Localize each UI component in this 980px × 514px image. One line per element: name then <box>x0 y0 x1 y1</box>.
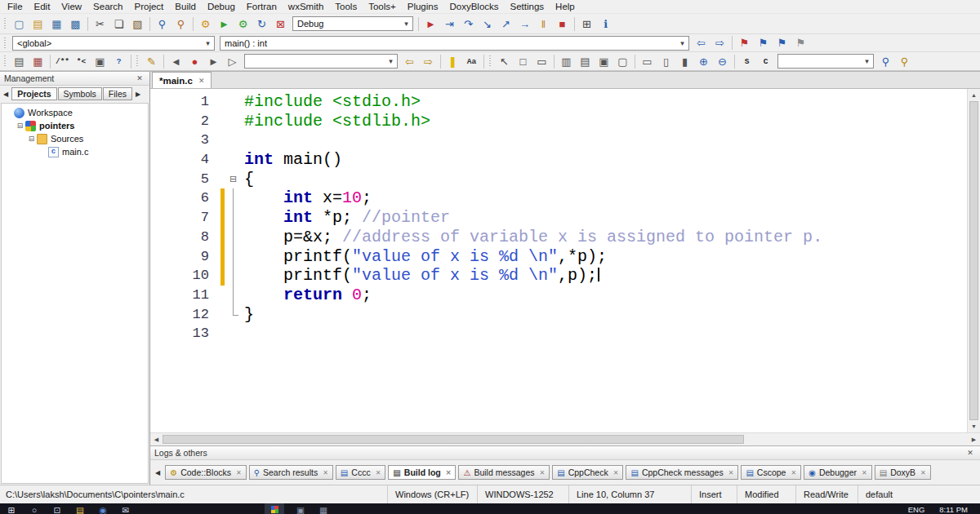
close-icon[interactable]: ✕ <box>862 469 867 476</box>
pinned-app2-icon[interactable]: ▦ <box>317 504 330 514</box>
horizontal-scrollbar[interactable]: ◀ ▶ <box>150 432 980 445</box>
toolbar-gripper[interactable] <box>136 55 139 68</box>
log-tab-doxyb[interactable]: ▤DoxyB✕ <box>875 465 931 480</box>
spell-check-icon[interactable]: S <box>737 53 756 70</box>
horizontal-scroll-track[interactable] <box>163 433 968 445</box>
chevron-down-icon[interactable]: ▾ <box>202 39 214 47</box>
menu-tools[interactable]: Tools <box>329 1 363 12</box>
find-icon[interactable]: ⚲ <box>153 16 172 33</box>
window-horizontal-icon[interactable]: ▥ <box>557 53 576 70</box>
code-editor[interactable]: 1#include <stdio.h>2#include <stdlib.h>3… <box>150 89 967 432</box>
rebuild-icon[interactable]: ↻ <box>252 16 271 33</box>
code-line-2[interactable]: 2#include <stdlib.h> <box>150 112 967 131</box>
chevron-down-icon[interactable]: ▾ <box>385 57 397 65</box>
doxy-run-icon[interactable]: ▤ <box>10 53 29 70</box>
editor-tab-main-c[interactable]: *main.c ✕ <box>152 72 212 88</box>
code-line-8[interactable]: 8 p=&x; //address of variable x is assig… <box>150 228 967 247</box>
search-icon[interactable]: ○ <box>28 504 41 514</box>
close-icon[interactable]: ✕ <box>323 469 328 476</box>
select-region-icon[interactable]: ▭ <box>532 53 551 70</box>
tab-projects[interactable]: Projects <box>11 87 56 100</box>
code-line-4[interactable]: 4int main() <box>150 150 967 170</box>
tree-item-pointers[interactable]: ⊟pointers <box>2 119 148 132</box>
doxy-block-comment-icon[interactable]: /** <box>53 53 72 70</box>
build-icon[interactable]: ⚙ <box>196 16 215 33</box>
search-options-icon[interactable]: ⚲ <box>895 53 914 70</box>
abort-build-icon[interactable]: ⊠ <box>271 16 290 33</box>
toolbar-gripper[interactable] <box>3 55 7 68</box>
menu-help[interactable]: Help <box>550 1 581 12</box>
browse-prev-icon[interactable]: ◄ <box>167 53 185 70</box>
vertical-scrollbar[interactable]: ▲ ▼ <box>967 89 980 432</box>
code-line-7[interactable]: 7 int *p; //pointer <box>150 208 967 228</box>
close-icon[interactable]: ✕ <box>613 469 619 476</box>
task-view-icon[interactable]: ⊡ <box>51 504 64 514</box>
file-explorer-icon[interactable]: ▤ <box>74 504 87 514</box>
break-debugger-icon[interactable]: ‖ <box>534 16 553 33</box>
symbol-combo[interactable]: main() : int▾ <box>220 36 689 51</box>
bookmark-clear-icon[interactable]: ⚑ <box>791 34 810 51</box>
next-line-icon[interactable]: ↷ <box>459 16 478 33</box>
code-line-12[interactable]: 12} <box>150 305 967 325</box>
build-target-combo[interactable]: Debug▾ <box>292 16 413 31</box>
menu-file[interactable]: File <box>2 1 29 12</box>
menu-build[interactable]: Build <box>169 1 202 12</box>
bookmark-toggle-icon[interactable]: ⚑ <box>735 34 754 51</box>
close-icon[interactable]: ✕ <box>964 449 976 457</box>
view-logs-icon[interactable]: ▯ <box>657 53 675 70</box>
view-manager-icon[interactable]: ▮ <box>675 53 694 70</box>
fold-collapse-icon[interactable]: ⊟ <box>226 170 240 189</box>
close-icon[interactable]: ✕ <box>791 469 796 476</box>
save-file-icon[interactable]: ▦ <box>47 16 66 33</box>
browse-next-icon[interactable]: ► <box>204 53 223 70</box>
scroll-right-icon[interactable]: ▶ <box>968 433 980 445</box>
code-line-9[interactable]: 9 printf("value of x is %d \n",*p); <box>150 247 967 267</box>
mail-icon[interactable]: ✉ <box>119 504 132 514</box>
code-line-5[interactable]: 5⊟{ <box>150 170 967 189</box>
scroll-down-icon[interactable]: ▼ <box>968 420 980 432</box>
scroll-left-icon[interactable]: ◀ <box>150 433 163 445</box>
doxy-help-icon[interactable]: ? <box>109 53 128 70</box>
chevron-down-icon[interactable]: ▾ <box>676 39 688 47</box>
menu-view[interactable]: View <box>56 1 87 12</box>
scroll-up-icon[interactable]: ▲ <box>968 89 980 101</box>
window-vertical-icon[interactable]: ▤ <box>576 53 595 70</box>
log-tab-code-blocks[interactable]: ⚙Code::Blocks✕ <box>165 465 247 480</box>
clock[interactable]: 8:11 PM <box>932 505 975 514</box>
step-into-icon[interactable]: ↘ <box>478 16 497 33</box>
log-tab-cscope[interactable]: ▤Cscope✕ <box>741 465 801 480</box>
tab-files[interactable]: Files <box>103 87 132 100</box>
close-icon[interactable]: ✕ <box>540 469 546 476</box>
run-icon[interactable]: ► <box>215 16 234 33</box>
toolbar-gripper[interactable] <box>3 37 7 50</box>
code-line-13[interactable]: 13 <box>150 324 967 343</box>
bookmark-next-icon[interactable]: ⚑ <box>773 34 791 51</box>
language-indicator[interactable]: ENG <box>901 505 933 514</box>
run-to-cursor-icon[interactable]: ⇥ <box>440 16 459 33</box>
log-tab-build-messages[interactable]: ⚠Build messages✕ <box>458 465 550 480</box>
incremental-search-combo[interactable]: ▾ <box>244 54 398 69</box>
browser-icon[interactable]: ◉ <box>96 504 109 514</box>
select-pointer-icon[interactable]: ↖ <box>495 53 514 70</box>
step-out-icon[interactable]: ↗ <box>497 16 515 33</box>
codeblocks-app-icon[interactable] <box>265 503 284 514</box>
search-prev-icon[interactable]: ⇦ <box>400 53 419 70</box>
code-line-10[interactable]: 10 printf("value of x is %d \n",p); <box>150 266 967 286</box>
chevron-down-icon[interactable]: ▾ <box>861 57 873 65</box>
scope-combo[interactable]: <global>▾ <box>12 36 215 51</box>
pinned-app-icon[interactable]: ▣ <box>294 504 307 514</box>
close-icon[interactable]: ✕ <box>198 77 205 85</box>
menu-debug[interactable]: Debug <box>202 1 241 12</box>
replace-icon[interactable]: ⚲ <box>172 16 190 33</box>
menu-doxyblocks[interactable]: DoxyBlocks <box>443 1 504 12</box>
menu-wxsmith[interactable]: wxSmith <box>283 1 329 12</box>
collapse-icon[interactable]: ⊟ <box>16 122 24 130</box>
menu-settings[interactable]: Settings <box>505 1 550 12</box>
search-next-icon[interactable]: ⇨ <box>419 53 438 70</box>
menu-search[interactable]: Search <box>87 1 128 12</box>
menu-project[interactable]: Project <box>129 1 170 12</box>
doxy-view-icon[interactable]: ▦ <box>29 53 47 70</box>
toolbar-c-icon[interactable]: C <box>756 53 775 70</box>
match-case-icon[interactable]: Aa <box>462 53 481 70</box>
goto-forward-icon[interactable]: ⇨ <box>710 34 729 51</box>
